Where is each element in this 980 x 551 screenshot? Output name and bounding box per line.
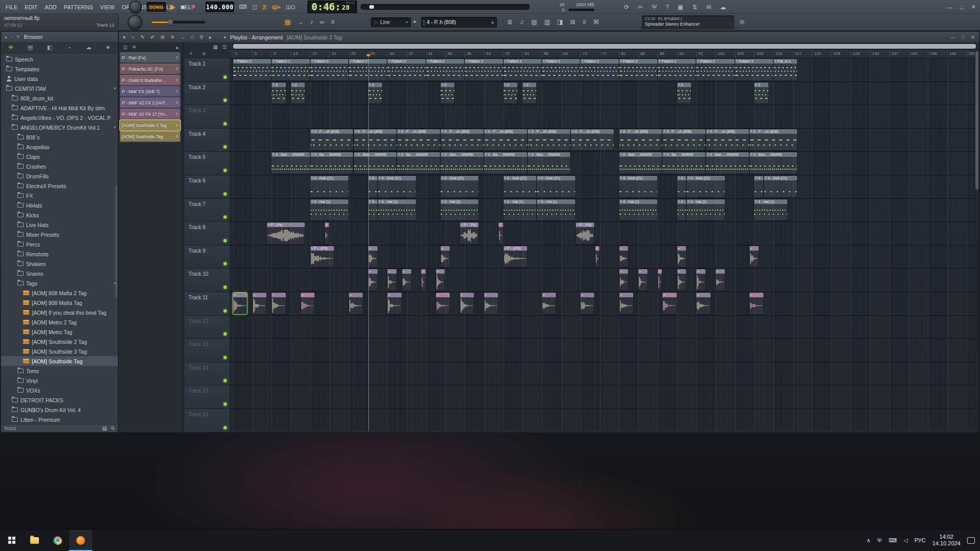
playlist-clip[interactable]: ≡Pattern 1 <box>465 59 503 80</box>
song-mode-indicator[interactable]: SONG <box>147 2 166 12</box>
playlist-v-scrollbar[interactable] <box>975 50 979 431</box>
playlist-clip[interactable]: ≡2 <box>523 83 536 104</box>
paint-tool-icon[interactable]: ✐ <box>151 34 155 40</box>
timeline-tick[interactable]: 145 <box>928 51 936 58</box>
import-export-icon[interactable]: ⇅ <box>692 4 697 11</box>
playlist-clip[interactable]: » <box>272 293 285 314</box>
volume-thumb[interactable] <box>168 19 173 25</box>
browser-toggle-icon[interactable]: ◨ <box>557 18 563 26</box>
timeline-tick[interactable]: 49 <box>465 51 471 58</box>
playlist-clip[interactable]: ≡4 - P -..oh (808) <box>528 129 571 151</box>
playlist-clip[interactable]: ≡4 - P -..oh (808) <box>310 129 353 151</box>
browser-back-icon[interactable]: ↰ <box>16 34 20 39</box>
playlist-clip[interactable]: ≡4 - Ban.. - SNARE <box>619 152 662 174</box>
playlist-clip[interactable]: ≡4 -..1) <box>677 199 686 221</box>
track-mute-led[interactable] <box>223 379 227 382</box>
countdown-precount-icon[interactable]: 3: <box>262 4 267 10</box>
playlist-clip[interactable]: ≡4 - Hat (1) <box>504 199 537 221</box>
browser-item[interactable]: DrumFills <box>1 171 118 181</box>
pattern-source[interactable]: P - NNF V2 FX 17 (YA..⠿ <box>120 109 180 119</box>
playlist-clip[interactable]: »P -..(FX) <box>310 246 334 268</box>
playlist-clip[interactable]: ≡4 - Ban.. - SNARE <box>272 152 309 174</box>
playback-tool-icon[interactable]: ▸ <box>209 34 212 40</box>
playlist-clip[interactable]: ≡Pattern 2 <box>426 59 464 80</box>
tray-chevron-icon[interactable]: ∧ <box>866 537 870 544</box>
timeline-tick[interactable]: 109 <box>754 51 763 58</box>
browser-item[interactable]: [AOM] Metro Tag <box>1 327 118 337</box>
maximize-button[interactable]: □ <box>962 35 964 40</box>
playlist-clip[interactable]: » <box>387 293 401 314</box>
playlist-clip[interactable]: » <box>484 293 498 314</box>
playlist-clip[interactable]: ≡4 -..1) <box>368 199 378 221</box>
browser-item[interactable]: Toms <box>1 366 118 376</box>
playlist-clip[interactable]: ≡4 - Kick (21) <box>619 176 657 197</box>
playlist-clip[interactable]: ≡4 - P -..oh (808) <box>441 129 484 151</box>
timeline-tick[interactable]: 69 <box>561 51 568 58</box>
mute-tool-icon[interactable]: ✕ <box>170 34 174 40</box>
marker-menu-icon[interactable]: ☰ <box>222 44 227 50</box>
microphone-icon[interactable]: Ψ <box>652 4 657 11</box>
playlist-clip[interactable]: ≡2 <box>272 83 285 104</box>
playlist-clip[interactable]: » <box>696 269 705 291</box>
piano-roll-window-icon[interactable]: ♫ <box>519 18 524 26</box>
playhead-marker[interactable] <box>366 54 371 58</box>
browser-tab-all-icon[interactable]: ✛ <box>3 44 18 51</box>
stop-button[interactable]: ■ <box>181 3 185 11</box>
track-mute-led[interactable] <box>223 75 227 79</box>
playlist-clip[interactable]: » <box>658 269 662 291</box>
timeline-tick[interactable]: 25 <box>349 51 356 58</box>
playlist-clip[interactable]: ≡4 - P -..oh (808) <box>749 129 797 151</box>
browser-item[interactable]: GUN$O's Drum Kit Vol. 4 <box>1 405 118 415</box>
track-header[interactable]: Track 14 <box>184 362 230 386</box>
playlist-clip[interactable]: ≡Pattern 2 <box>658 59 696 80</box>
blend-recording-icon[interactable]: Ш+ <box>272 4 281 10</box>
timeline-tick[interactable]: 13 <box>291 51 298 58</box>
timeline-ruler[interactable]: 1591317212529333741454953576165697377818… <box>230 50 975 58</box>
playlist-clip[interactable]: » <box>677 246 686 268</box>
browser-item[interactable]: Templates <box>1 64 118 74</box>
track-header[interactable]: Track 5 <box>184 152 230 175</box>
playlist-clip[interactable]: ≡4 - P -..oh (808) <box>484 129 527 151</box>
track-header[interactable]: Track 1 <box>184 58 230 82</box>
playlist-clip[interactable]: »P -..Fx) <box>576 222 595 244</box>
playlist-clip[interactable]: ≡Pattern 1 <box>542 59 580 80</box>
menu-file[interactable]: FILE <box>2 4 21 10</box>
picker-move-icon[interactable]: ✛ <box>133 45 137 50</box>
track-mute-led[interactable] <box>223 402 227 406</box>
pattern-spinner[interactable]: ▴▾ <box>421 19 427 26</box>
collapse-arrow-icon[interactable]: ▾ <box>114 125 116 130</box>
browser-item[interactable]: 808_drum_kit <box>1 93 118 103</box>
browser-item[interactable]: Vinyl <box>1 376 118 385</box>
drag-handle-icon[interactable]: ⠿ <box>176 135 178 139</box>
playlist-clip[interactable]: » <box>677 269 686 291</box>
timeline-tick[interactable]: 153 <box>967 51 975 58</box>
typing-keyboard-piano-icon[interactable]: ⌨ <box>239 4 247 10</box>
playlist-clip[interactable]: ≡2 <box>291 83 305 104</box>
browser-item[interactable]: ANGELOFMERCY DrumKit Vol.1▾ <box>1 123 118 132</box>
master-pitch-knob[interactable] <box>128 15 142 30</box>
timeline-tick[interactable]: 121 <box>812 51 821 58</box>
playlist-clip[interactable]: ≡4 - Hat (1) <box>378 199 416 221</box>
taskbar-flstudio-button[interactable] <box>69 529 92 551</box>
track-header[interactable]: Track 15 <box>184 385 230 409</box>
browser-item[interactable]: Live Hats <box>1 220 118 230</box>
drag-handle-icon[interactable]: ⠿ <box>176 124 178 128</box>
pattern-source[interactable]: [AOM] Southside Tag⠿ <box>120 131 180 142</box>
playlist-clip[interactable]: ≡4 - Kick (21) <box>504 176 537 197</box>
playlist-clip[interactable]: ≡4 -..1) <box>677 176 686 197</box>
timeline-tick[interactable]: 117 <box>793 51 802 58</box>
playlist-clip[interactable]: » <box>638 269 648 291</box>
browser-tab-favorites-icon[interactable]: ★ <box>100 44 116 51</box>
playlist-clip[interactable]: ≡4 - P -..oh (808) <box>571 129 614 151</box>
track-header[interactable]: Track 9 <box>184 246 230 269</box>
playlist-titlebar[interactable]: ▾∩✎✐⊘✕↔□⚲▸ ▸ Playlist - Arrangement [AOM… <box>119 32 979 43</box>
track-header[interactable]: Track 6 <box>184 175 230 199</box>
playlist-h-scrollbar[interactable] <box>233 44 976 49</box>
timeline-tick[interactable]: 61 <box>523 51 529 58</box>
browser-item[interactable]: [AOM] Southside 2 Tag <box>1 337 118 346</box>
playlist-clip[interactable]: » <box>387 269 397 291</box>
song-position-slider[interactable] <box>361 4 530 10</box>
drag-handle-icon[interactable]: ⠿ <box>176 67 178 71</box>
track-header[interactable]: Track 11 <box>184 292 230 316</box>
browser-item[interactable]: СЕМПЛ ПАК▾ <box>1 84 118 93</box>
